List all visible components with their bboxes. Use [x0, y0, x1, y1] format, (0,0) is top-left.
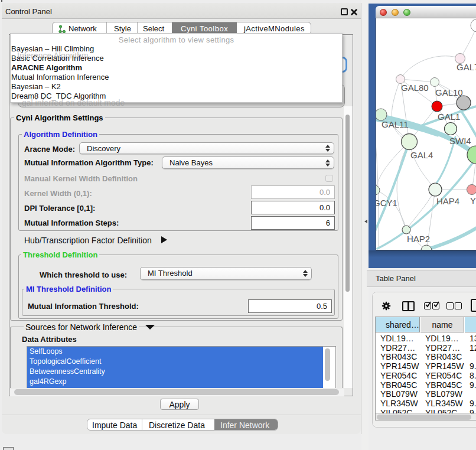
svg-text:SWI4: SWI4	[449, 136, 471, 146]
svg-text:HAP4: HAP4	[436, 196, 459, 206]
svg-text:GAL7: GAL7	[457, 62, 476, 72]
svg-text:GAL4: GAL4	[410, 150, 433, 160]
svg-text:HAP2: HAP2	[407, 234, 430, 244]
svg-text:GAL80: GAL80	[401, 83, 429, 93]
svg-text:GAL10: GAL10	[435, 87, 463, 97]
svg-text:GCY1: GCY1	[376, 198, 397, 208]
svg-text:GAL11: GAL11	[382, 119, 409, 129]
svg-text:GAL1: GAL1	[438, 112, 460, 122]
svg-text:Y: Y	[470, 195, 476, 206]
